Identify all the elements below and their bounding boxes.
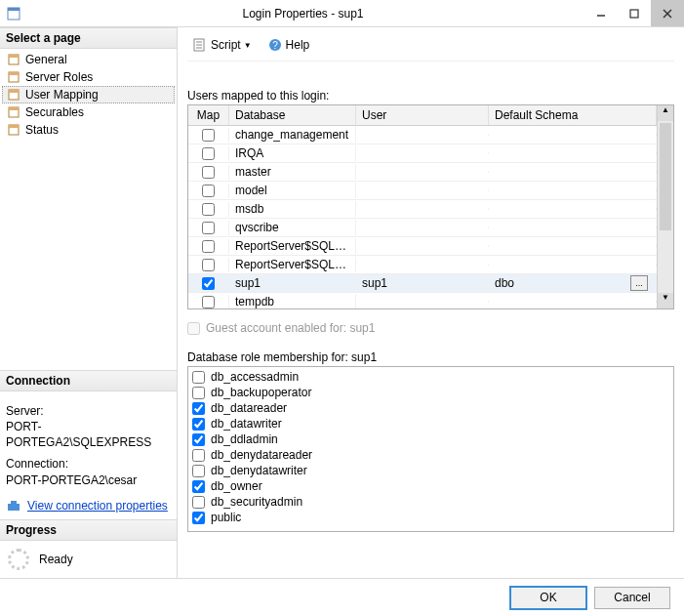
role-checkbox[interactable] [192,449,205,462]
grid-scrollbar[interactable]: ▲ ▼ [657,105,673,308]
role-item[interactable]: db_datareader [192,400,669,416]
svg-rect-7 [9,55,19,58]
page-label: Status [25,123,59,137]
ok-button[interactable]: OK [510,587,586,609]
map-checkbox[interactable] [202,203,215,216]
page-item-server-roles[interactable]: Server Roles [2,68,175,86]
table-row[interactable]: ReportServer$SQLEX... [188,237,657,256]
right-panel: Script ▼ ? Help Users mapped to this log… [178,27,684,578]
svg-rect-9 [9,72,19,75]
progress-status: Ready [39,553,73,566]
database-cell: ReportServer$SQLEX... [229,257,356,272]
page-item-status[interactable]: Status [2,121,175,139]
role-checkbox[interactable] [192,433,205,446]
connection-value: PORT-PORTEGA2\cesar [6,472,171,488]
svg-rect-1 [8,8,20,11]
database-cell: tempdb [229,294,356,308]
role-item[interactable]: db_securityadmin [192,494,669,510]
cancel-button[interactable]: Cancel [594,587,670,609]
map-checkbox[interactable] [202,129,215,142]
role-name: db_datawriter [211,416,282,431]
page-icon [6,87,21,103]
page-icon [6,104,21,120]
server-value: PORT-PORTEGA2\SQLEXPRESS [6,419,171,450]
table-row[interactable]: change_management [188,126,657,144]
user-cell [356,134,489,136]
connection-body: Server: PORT-PORTEGA2\SQLEXPRESS Connect… [0,391,177,519]
maximize-button[interactable] [618,0,651,26]
help-icon: ? [267,37,283,53]
role-name: db_denydatawriter [211,463,307,478]
database-cell: change_management [229,127,356,143]
role-item[interactable]: public [192,510,669,525]
map-checkbox[interactable] [202,147,215,160]
role-item[interactable]: db_denydatawriter [192,463,669,478]
role-checkbox[interactable] [192,387,205,399]
page-item-user-mapping[interactable]: User Mapping [2,86,175,103]
role-item[interactable]: db_owner [192,478,669,494]
map-checkbox[interactable] [202,259,215,271]
map-checkbox[interactable] [202,277,215,290]
user-cell [356,152,489,154]
role-item[interactable]: db_denydatareader [192,447,669,463]
left-panel: Select a page GeneralServer RolesUser Ma… [0,27,178,578]
schema-cell [489,171,657,173]
close-button[interactable] [651,0,684,26]
scroll-down-icon[interactable]: ▼ [658,293,673,308]
table-row[interactable]: sup1sup1dbo... [188,274,657,293]
database-cell: msdb [229,201,356,217]
role-name: db_denydatareader [211,447,312,463]
role-checkbox[interactable] [192,402,205,415]
users-mapped-label: Users mapped to this login: [187,87,674,104]
role-name: db_datareader [211,400,287,416]
role-checkbox[interactable] [192,465,205,477]
table-row[interactable]: qvscribe [188,219,657,237]
page-item-general[interactable]: General [2,51,175,68]
role-item[interactable]: db_accessadmin [192,369,669,385]
scroll-thumb[interactable] [660,123,671,230]
role-item[interactable]: db_backupoperator [192,385,669,400]
grid-header: Map Database User Default Schema [188,105,657,126]
role-checkbox[interactable] [192,480,205,493]
table-row[interactable]: master [188,163,657,182]
map-checkbox[interactable] [202,185,215,197]
svg-rect-15 [9,125,19,128]
col-schema[interactable]: Default Schema [489,105,657,125]
col-database[interactable]: Database [229,105,356,125]
map-checkbox[interactable] [202,166,215,179]
svg-rect-3 [630,10,638,18]
role-checkbox[interactable] [192,371,205,384]
dropdown-icon: ▼ [244,41,252,50]
svg-text:?: ? [272,40,278,51]
view-connection-properties-link[interactable]: View connection properties [27,498,168,513]
role-checkbox[interactable] [192,496,205,509]
minimize-button[interactable] [584,0,618,26]
page-item-securables[interactable]: Securables [2,103,175,121]
role-checkbox[interactable] [192,512,205,524]
titlebar: Login Properties - sup1 [0,0,684,27]
scroll-up-icon[interactable]: ▲ [658,105,673,121]
role-item[interactable]: db_datawriter [192,416,669,431]
schema-cell [489,245,657,247]
map-checkbox[interactable] [202,296,215,308]
role-item[interactable]: db_ddladmin [192,431,669,447]
table-row[interactable]: msdb [188,200,657,219]
database-cell: IRQA [229,145,356,161]
role-checkbox[interactable] [192,418,205,431]
map-checkbox[interactable] [202,222,215,234]
help-button[interactable]: ? Help [262,35,315,55]
window-title: Login Properties - sup1 [21,7,584,21]
table-row[interactable]: tempdb [188,293,657,308]
user-cell: sup1 [356,275,489,291]
script-icon [192,37,208,53]
table-row[interactable]: IRQA [188,144,657,163]
col-user[interactable]: User [356,105,489,125]
table-row[interactable]: model [188,182,657,200]
table-row[interactable]: ReportServer$SQLEX... [188,256,657,274]
progress-header: Progress [0,519,177,541]
svg-rect-16 [8,504,20,511]
map-checkbox[interactable] [202,240,215,253]
browse-schema-button[interactable]: ... [630,275,648,291]
col-map[interactable]: Map [188,105,229,125]
script-button[interactable]: Script ▼ [187,35,257,55]
